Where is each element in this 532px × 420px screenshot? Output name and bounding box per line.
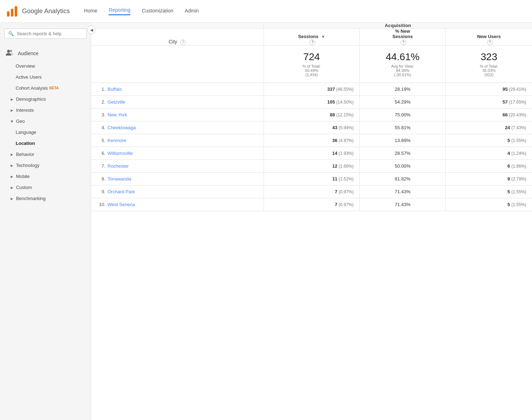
new-users-pct: (17.65%) [509,100,526,105]
new-users-cell: 5 (1.55%) [446,198,532,211]
logo-text: Google Analytics [22,7,70,15]
search-box[interactable]: 🔍 [4,28,87,39]
summary-new-sessions-value: 44.61% [364,51,441,63]
sidebar-item-custom[interactable]: ► Custom [0,182,91,193]
sidebar-item-demographics[interactable]: ► Demographics [0,94,91,105]
audience-label: Audience [18,51,38,56]
city-link[interactable]: Getzville [108,99,125,105]
sidebar-item-benchmarking[interactable]: ► Benchmarking [0,193,91,204]
new-sessions-cell: 28.19% [360,83,446,95]
row-rank: 6. [97,151,105,156]
new-sessions-value: 75.00% [395,112,411,117]
sidebar-item-geo[interactable]: ▼ Geo [0,116,91,127]
nav-home[interactable]: Home [84,8,97,15]
sidebar: ◀ 🔍 Audience O [0,23,91,420]
sidebar-item-location[interactable]: Location [0,138,91,149]
table-row: 5. Kenmore 36 (4.97%)13.89%5 (1.55%) [91,134,532,147]
new-sessions-value: 28.57% [395,151,411,156]
new-users-cell: 6 (1.86%) [446,159,532,172]
table-row: 3. New York 88 (12.15%)75.00%66 (20.43%) [91,108,532,121]
sidebar-item-overview[interactable]: Overview [0,61,91,72]
new-users-cell: 57 (17.65%) [446,95,532,108]
sort-arrow-icon: ▼ [321,35,325,39]
sessions-value: 43 [332,125,337,130]
city-link[interactable]: Tonawanda [108,176,131,182]
new-sessions-cell: 28.57% [360,147,446,159]
chevron-right-icon: ► [10,97,14,101]
city-label: City [168,39,177,44]
city-link[interactable]: Rochester [108,163,129,169]
row-rank: 7. [97,163,105,169]
row-rank: 3. [97,112,105,117]
sessions-pct: (1.52%) [339,177,354,182]
svg-point-4 [10,50,12,52]
sidebar-item-technology[interactable]: ► Technology [0,160,91,171]
search-icon: 🔍 [8,31,14,36]
city-link[interactable]: Williamsville [108,151,133,156]
summary-new-sessions-sub: Avg for View:64.30%(-30.61%) [364,64,441,77]
chevron-right-icon: ► [10,174,14,179]
new-users-cell: 66 (20.43%) [446,108,532,121]
chevron-right-icon: ► [10,152,14,157]
nav-admin[interactable]: Admin [185,8,199,15]
sessions-value: 88 [330,112,335,117]
custom-label: Custom [16,185,32,190]
content-area: Acquisition City ? Sessions ▼ ? % NewSes… [91,23,532,420]
sidebar-item-interests[interactable]: ► Interests [0,105,91,116]
summary-new-users-sub: % of Total:35.03%(922) [450,64,528,77]
new-users-pct: (20.43%) [509,112,526,117]
new-sessions-cell: 55.81% [360,121,446,134]
new-sessions-column-header: % NewSessions ? [360,28,446,46]
google-analytics-icon [6,5,19,18]
top-navigation: Google Analytics Home Reporting Customiz… [0,0,532,23]
new-sessions-help-icon[interactable]: ? [401,40,406,45]
sessions-value: 11 [332,176,337,182]
sidebar-section-audience: Audience Overview Active Users Cohort An… [0,44,91,205]
sidebar-item-cohort[interactable]: Cohort Analysis BETA [0,83,91,94]
sessions-value: 7 [335,189,337,194]
city-link[interactable]: Kenmore [108,138,126,143]
new-sessions-value: 13.89% [395,138,411,143]
new-sessions-cell: 81.82% [360,172,446,185]
sidebar-item-behavior[interactable]: ► Behavior [0,149,91,160]
nav-reporting[interactable]: Reporting [109,7,130,15]
new-users-value: 66 [502,112,507,117]
city-link[interactable]: New York [108,112,127,117]
city-link[interactable]: Buffalo [108,86,122,92]
summary-new-users-value: 323 [450,51,528,63]
chevron-right-icon: ► [10,185,14,190]
city-link[interactable]: West Seneca [108,202,135,207]
sidebar-item-active-users[interactable]: Active Users [0,72,91,83]
sessions-cell: 14 (1.93%) [264,147,359,159]
search-input[interactable] [17,31,83,36]
sidebar-collapse-button[interactable]: ◀ [87,26,96,34]
row-rank: 8. [97,176,105,182]
new-sessions-value: 71.43% [395,202,411,207]
sidebar-item-language[interactable]: Language [0,127,91,138]
new-users-value: 5 [507,202,510,207]
sessions-help-icon[interactable]: ? [309,40,315,45]
city-link[interactable]: Cheektowaga [108,125,136,130]
table-row: 9. Orchard Park 7 (0.97%)71.43%5 (1.55%) [91,185,532,198]
table-row: 7. Rochester 12 (1.66%)50.00%6 (1.86%) [91,159,532,172]
sessions-cell: 88 (12.15%) [264,108,359,121]
new-users-value: 5 [507,138,510,143]
new-users-cell: 9 (2.79%) [446,172,532,185]
table-row: 4. Cheektowaga 43 (5.94%)55.81%24 (7.43%… [91,121,532,134]
sessions-value: 36 [332,138,337,143]
city-link[interactable]: Orchard Park [108,189,135,194]
sidebar-item-mobile[interactable]: ► Mobile [0,171,91,182]
new-users-help-icon[interactable]: ? [487,40,493,45]
sessions-cell: 7 (0.97%) [264,185,359,198]
row-rank: 10. [97,202,105,207]
new-users-pct: (1.55%) [511,202,526,207]
sidebar-item-audience[interactable]: Audience [0,46,91,61]
sessions-column-header[interactable]: Sessions ▼ ? [264,28,359,46]
overview-label: Overview [16,63,35,69]
nav-customization[interactable]: Customization [142,8,173,15]
new-users-value: 24 [505,125,510,130]
sessions-cell: 36 (4.97%) [264,134,359,147]
new-sessions-value: 28.19% [395,86,411,92]
chevron-right-icon: ► [10,163,14,168]
city-help-icon[interactable]: ? [180,40,186,45]
